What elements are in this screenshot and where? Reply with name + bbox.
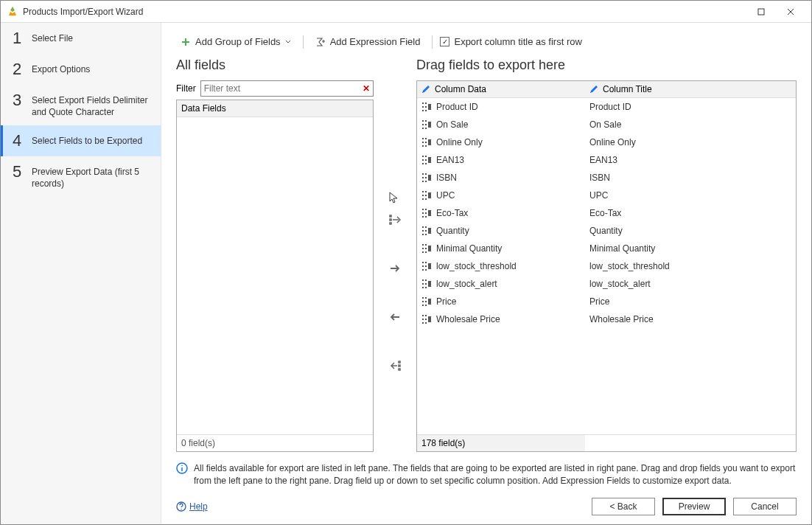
svg-rect-71 xyxy=(422,279,424,281)
separator xyxy=(303,35,304,49)
svg-rect-10 xyxy=(422,128,424,129)
svg-rect-65 xyxy=(422,265,424,267)
svg-rect-90 xyxy=(425,322,427,324)
export-field-row[interactable]: PricePrice xyxy=(417,293,796,310)
move-all-left-button[interactable] xyxy=(386,357,404,375)
svg-rect-9 xyxy=(422,124,424,125)
svg-rect-81 xyxy=(425,297,427,299)
sigma-plus-icon xyxy=(315,37,326,47)
titlebar: Products Import/Export Wizard xyxy=(1,1,811,23)
move-right-button[interactable] xyxy=(386,260,404,277)
separator xyxy=(432,35,433,49)
toolbar: Add Group of Fields Add Expression Field… xyxy=(176,35,797,49)
svg-rect-29 xyxy=(422,173,424,175)
svg-rect-76 xyxy=(425,287,427,288)
svg-rect-0 xyxy=(758,9,764,15)
export-field-row[interactable]: QuantityQuantity xyxy=(417,222,796,240)
svg-rect-45 xyxy=(422,216,424,218)
svg-rect-63 xyxy=(428,246,431,251)
svg-rect-26 xyxy=(425,159,427,161)
export-field-row[interactable]: low_stock_alertlow_stock_alert xyxy=(417,275,796,293)
svg-rect-70 xyxy=(428,263,431,269)
back-button[interactable]: < Back xyxy=(592,498,655,515)
export-field-row[interactable]: Eco-TaxEco-Tax xyxy=(417,204,796,222)
svg-rect-32 xyxy=(425,173,427,175)
svg-rect-46 xyxy=(425,209,427,210)
svg-rect-41 xyxy=(425,198,427,200)
svg-rect-66 xyxy=(422,269,424,271)
svg-rect-56 xyxy=(428,228,431,234)
export-field-row[interactable]: Product IDProduct ID xyxy=(417,98,796,116)
info-text: All fields available for export are list… xyxy=(194,462,797,487)
svg-rect-91 xyxy=(428,316,431,322)
export-field-row[interactable]: Online OnlyOnline Only xyxy=(417,133,796,151)
svg-rect-27 xyxy=(425,163,427,164)
all-fields-list[interactable]: Data Fields 0 field(s) xyxy=(176,100,374,452)
svg-rect-83 xyxy=(425,305,427,306)
wizard-step-2[interactable]: 2Export Options xyxy=(1,54,161,85)
move-all-right-button[interactable] xyxy=(386,211,404,229)
svg-rect-79 xyxy=(422,301,424,302)
svg-rect-75 xyxy=(425,283,427,285)
first-row-label: Export column title as first row xyxy=(454,36,581,47)
close-button[interactable] xyxy=(776,1,805,22)
first-row-checkbox[interactable]: ✓ xyxy=(440,37,449,46)
help-icon xyxy=(176,501,186,512)
field-group-header: Data Fields xyxy=(177,100,373,117)
all-fields-title: All fields xyxy=(176,58,374,73)
export-field-row[interactable]: low_stock_thresholdlow_stock_threshold xyxy=(417,257,796,275)
info-icon xyxy=(176,462,188,474)
wizard-steps: 1Select File2Export Options3Select Expor… xyxy=(1,23,161,524)
svg-rect-36 xyxy=(422,191,424,192)
svg-rect-35 xyxy=(428,175,431,181)
svg-rect-25 xyxy=(425,156,427,157)
wizard-step-1[interactable]: 1Select File xyxy=(1,23,161,54)
svg-rect-89 xyxy=(425,319,427,320)
wizard-step-3[interactable]: 3Select Export Fields Delimiter and Quot… xyxy=(1,85,161,125)
cancel-button[interactable]: Cancel xyxy=(733,498,797,515)
svg-rect-61 xyxy=(425,248,427,249)
export-field-row[interactable]: ISBNISBN xyxy=(417,169,796,187)
filter-input-wrap: ✕ xyxy=(200,80,374,97)
drag-handle-icon xyxy=(421,279,432,289)
svg-rect-40 xyxy=(425,195,427,196)
svg-rect-33 xyxy=(425,177,427,178)
export-field-row[interactable]: Minimal QuantityMinimal Quantity xyxy=(417,240,796,257)
wizard-step-5[interactable]: 5Preview Export Data (first 5 records) xyxy=(1,156,161,197)
svg-rect-17 xyxy=(422,145,424,147)
filter-label: Filter xyxy=(176,83,196,94)
svg-rect-5 xyxy=(425,106,427,108)
maximize-button[interactable] xyxy=(746,1,776,22)
export-field-row[interactable]: EAN13EAN13 xyxy=(417,151,796,169)
svg-rect-55 xyxy=(425,234,427,235)
filter-input[interactable] xyxy=(204,83,363,94)
svg-rect-60 xyxy=(425,244,427,246)
move-left-button[interactable] xyxy=(386,308,404,326)
drag-handle-icon xyxy=(421,296,432,307)
chevron-down-icon xyxy=(285,39,291,45)
export-fields-list[interactable]: Column Data Column Title Product IDProdu… xyxy=(416,80,797,452)
svg-rect-24 xyxy=(422,163,424,164)
svg-rect-88 xyxy=(425,315,427,316)
export-field-row[interactable]: On SaleOn Sale xyxy=(417,116,796,133)
svg-rect-28 xyxy=(428,157,431,163)
export-field-row[interactable]: UPCUPC xyxy=(417,187,796,204)
svg-rect-50 xyxy=(422,226,424,228)
help-link[interactable]: Help xyxy=(176,501,208,512)
svg-rect-7 xyxy=(428,104,431,110)
wizard-step-4[interactable]: 4Select Fields to be Exported xyxy=(1,125,161,156)
add-expression-button[interactable]: Add Expression Field xyxy=(311,35,425,49)
svg-rect-77 xyxy=(428,281,431,287)
svg-rect-74 xyxy=(425,279,427,281)
svg-rect-72 xyxy=(422,283,424,285)
preview-button[interactable]: Preview xyxy=(662,498,726,515)
svg-rect-53 xyxy=(425,226,427,228)
export-field-row[interactable]: Wholesale PriceWholesale Price xyxy=(417,310,796,328)
add-group-button[interactable]: Add Group of Fields xyxy=(176,35,295,49)
svg-rect-58 xyxy=(422,248,424,249)
svg-rect-78 xyxy=(422,297,424,299)
drag-handle-icon xyxy=(421,243,432,254)
export-fields-title: Drag fields to export here xyxy=(416,58,797,73)
svg-rect-62 xyxy=(425,251,427,253)
filter-clear-icon[interactable]: ✕ xyxy=(363,83,370,94)
